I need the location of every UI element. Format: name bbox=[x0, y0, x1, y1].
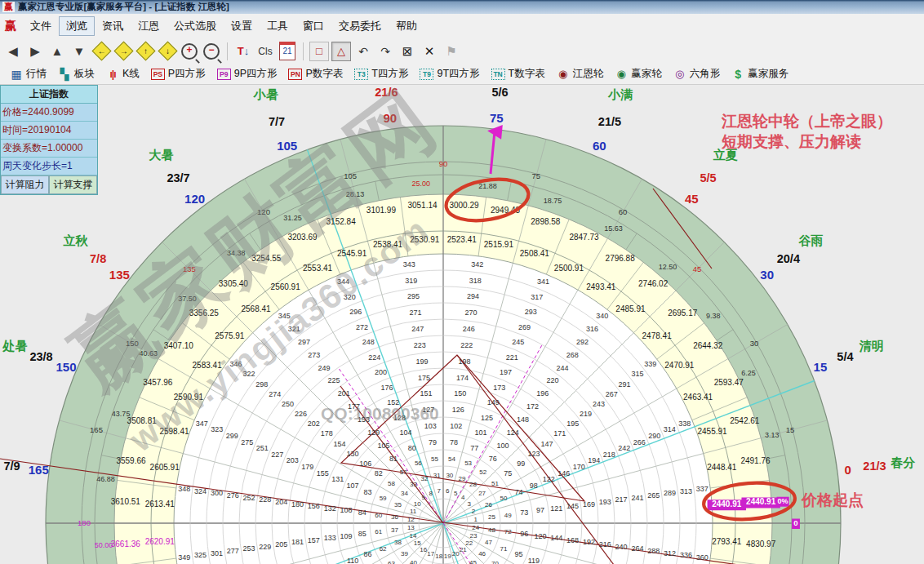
svg-text:23/8: 23/8 bbox=[29, 350, 52, 363]
svg-text:2523.41: 2523.41 bbox=[447, 235, 478, 244]
svg-text:275: 275 bbox=[241, 438, 253, 446]
menu-tools[interactable]: 工具 bbox=[260, 16, 295, 36]
svg-text:9.38: 9.38 bbox=[706, 312, 721, 320]
svg-text:26: 26 bbox=[485, 501, 492, 508]
svg-text:90: 90 bbox=[383, 111, 397, 125]
tab-sectors[interactable]: ▚板块 bbox=[53, 65, 100, 82]
menu-trade[interactable]: 交易委托 bbox=[331, 16, 389, 36]
svg-text:38: 38 bbox=[394, 539, 402, 546]
menu-gann[interactable]: 江恩 bbox=[131, 16, 167, 36]
diamond-down-icon[interactable]: ↓ bbox=[158, 42, 177, 61]
tab-gann-wheel[interactable]: ◉江恩轮 bbox=[552, 65, 609, 82]
svg-text:谷雨: 谷雨 bbox=[798, 233, 824, 247]
svg-text:223: 223 bbox=[414, 341, 426, 349]
tab-hexagon[interactable]: ◎六角形 bbox=[669, 65, 726, 82]
svg-text:266: 266 bbox=[633, 438, 646, 446]
svg-text:处暑: 处暑 bbox=[2, 339, 27, 353]
diamond-left-icon[interactable]: ← bbox=[91, 42, 111, 61]
svg-text:245: 245 bbox=[512, 338, 524, 346]
tab-t-square[interactable]: T3T四方形 bbox=[349, 65, 413, 82]
svg-text:193: 193 bbox=[599, 498, 611, 506]
menu-file[interactable]: 文件 bbox=[23, 16, 59, 36]
svg-text:43.75: 43.75 bbox=[112, 410, 131, 418]
menu-browse[interactable]: 浏览 bbox=[59, 16, 95, 36]
boxed-x-icon[interactable]: ⊠ bbox=[398, 42, 417, 61]
svg-text:296: 296 bbox=[349, 308, 362, 316]
calendar-icon[interactable]: 21 bbox=[278, 42, 297, 61]
svg-text:99: 99 bbox=[517, 460, 525, 468]
svg-text:105: 105 bbox=[344, 171, 357, 180]
svg-text:180: 180 bbox=[291, 500, 304, 508]
rotate-ccw-icon[interactable]: ↶ bbox=[353, 42, 373, 61]
svg-text:45: 45 bbox=[693, 264, 702, 273]
diamond-up-icon[interactable]: ↑ bbox=[135, 42, 155, 61]
svg-text:15.63: 15.63 bbox=[604, 224, 623, 233]
converge-arrows-icon[interactable]: ✕ bbox=[420, 42, 439, 61]
svg-text:3152.84: 3152.84 bbox=[327, 217, 357, 226]
tab-p-square[interactable]: PSP四方形 bbox=[146, 65, 211, 82]
menu-news[interactable]: 资讯 bbox=[95, 16, 131, 36]
svg-text:18.75: 18.75 bbox=[544, 197, 562, 205]
menu-settings[interactable]: 设置 bbox=[224, 16, 260, 36]
tab-p-table[interactable]: PNP数字表 bbox=[283, 65, 348, 82]
svg-text:61: 61 bbox=[375, 528, 382, 535]
svg-text:14: 14 bbox=[410, 532, 417, 540]
svg-text:39: 39 bbox=[401, 550, 408, 557]
tab-winner-service[interactable]: $赢家服务 bbox=[726, 65, 793, 82]
price-axis-icon[interactable]: T↓ bbox=[233, 42, 253, 61]
svg-text:3203.69: 3203.69 bbox=[287, 233, 318, 242]
svg-text:205: 205 bbox=[275, 540, 287, 548]
svg-text:2560.91: 2560.91 bbox=[271, 282, 301, 291]
tab-kline[interactable]: ı|ıK线 bbox=[101, 65, 144, 82]
svg-text:56: 56 bbox=[415, 460, 422, 467]
svg-text:21/3: 21/3 bbox=[863, 460, 886, 473]
tab-9t-square[interactable]: T99T四方形 bbox=[415, 65, 484, 82]
tab-quotes[interactable]: ▦行情 bbox=[5, 65, 51, 82]
svg-text:9: 9 bbox=[421, 494, 425, 501]
svg-text:174: 174 bbox=[456, 374, 469, 382]
svg-text:3254.55: 3254.55 bbox=[251, 254, 282, 263]
svg-text:75: 75 bbox=[490, 111, 504, 125]
svg-text:59: 59 bbox=[380, 495, 387, 502]
svg-text:3356.25: 3356.25 bbox=[189, 309, 220, 318]
svg-text:276: 276 bbox=[227, 491, 239, 500]
svg-text:60: 60 bbox=[593, 139, 606, 153]
price-value: 价格=2440.9099 bbox=[1, 104, 97, 122]
svg-text:149: 149 bbox=[487, 398, 500, 406]
cls-button[interactable]: Cls bbox=[255, 42, 275, 61]
tab-t-table[interactable]: TNT数字表 bbox=[486, 65, 550, 82]
back-icon[interactable]: ◀ bbox=[3, 42, 23, 61]
svg-text:292: 292 bbox=[576, 338, 589, 346]
svg-text:83: 83 bbox=[364, 488, 372, 496]
rotate-cw-icon[interactable]: ↷ bbox=[375, 42, 395, 61]
svg-text:95: 95 bbox=[514, 550, 522, 558]
menu-window[interactable]: 窗口 bbox=[295, 16, 331, 36]
svg-text:50: 50 bbox=[500, 495, 507, 502]
calc-resistance-button[interactable]: 计算阻力 bbox=[1, 175, 49, 194]
svg-text:49: 49 bbox=[504, 512, 512, 519]
forward-icon[interactable]: ▶ bbox=[25, 42, 45, 61]
svg-text:7/7: 7/7 bbox=[269, 115, 285, 128]
zoom-out-icon[interactable]: − bbox=[202, 42, 221, 61]
tab-winner-wheel[interactable]: ◉赢家轮 bbox=[610, 65, 667, 82]
svg-text:150: 150 bbox=[56, 360, 77, 374]
up-triangle-icon[interactable]: ▲ bbox=[47, 42, 67, 61]
svg-text:19: 19 bbox=[444, 553, 451, 560]
svg-text:29: 29 bbox=[459, 475, 466, 482]
menu-formula-stockpick[interactable]: 公式选股 bbox=[167, 16, 224, 36]
tab-9p-square[interactable]: P99P四方形 bbox=[212, 65, 282, 82]
svg-text:2605.91: 2605.91 bbox=[150, 463, 180, 472]
svg-text:172: 172 bbox=[526, 402, 539, 411]
svg-text:322: 322 bbox=[242, 370, 255, 378]
down-triangle-icon[interactable]: ▼ bbox=[69, 42, 89, 61]
square-tool-icon[interactable]: □ bbox=[309, 42, 329, 61]
calc-support-button[interactable]: 计算支撑 bbox=[49, 175, 97, 194]
svg-text:216: 216 bbox=[599, 540, 611, 548]
eraser-flag-icon[interactable]: ⚑ bbox=[442, 42, 461, 61]
menu-help[interactable]: 帮助 bbox=[389, 16, 424, 36]
triangle-tool-icon[interactable]: △ bbox=[331, 42, 351, 61]
svg-text:清明: 清明 bbox=[859, 339, 884, 353]
zoom-in-icon[interactable]: + bbox=[180, 42, 199, 61]
svg-text:265: 265 bbox=[647, 491, 660, 500]
diamond-right-icon[interactable]: → bbox=[113, 42, 133, 61]
